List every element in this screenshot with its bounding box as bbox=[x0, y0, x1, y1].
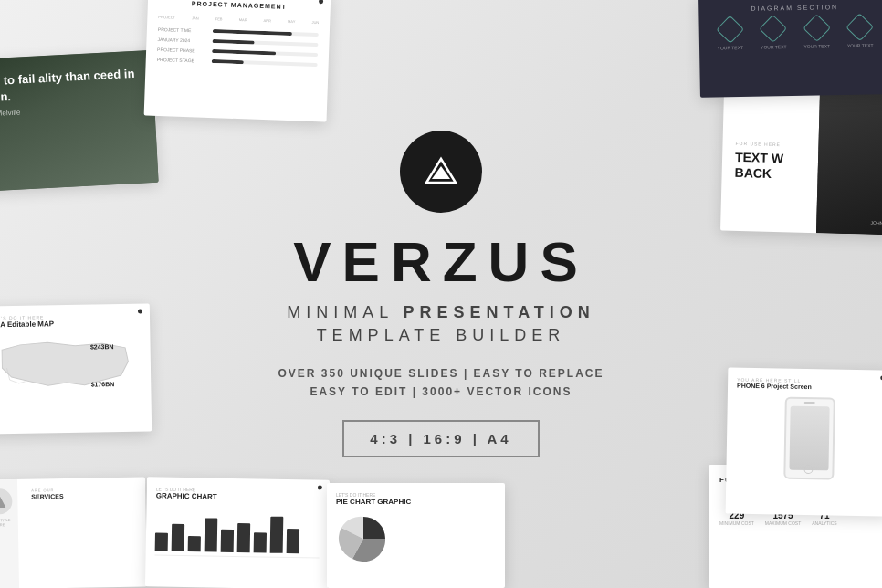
chart-title: GRAPHIC CHART bbox=[156, 491, 320, 502]
features-line1: OVER 350 UNIQUE SLIDES | EASY TO REPLACE bbox=[278, 367, 604, 380]
fact-label-1: MINIMUM COST bbox=[719, 520, 754, 527]
center-content: VERZUS MINIMAL PRESENTATION TEMPLATE BUI… bbox=[278, 131, 604, 457]
pie-title: PIE CHART GRAPHIC bbox=[336, 498, 496, 506]
map-value-1: $243BN bbox=[90, 343, 114, 350]
text-right-label: JOHN B. bbox=[870, 220, 882, 226]
slide-project: PROJECT MANAGEMENT PROJECT JAN FEB MAR A… bbox=[144, 0, 331, 121]
phone-shape bbox=[783, 397, 835, 480]
slide-map: LET'S DO IT HERE USA Editable MAP $243BN… bbox=[0, 303, 152, 434]
quote-text: ter to fail ality than ceed in tion. bbox=[0, 66, 140, 107]
features-line2: EASY TO EDIT | 3000+ VECTOR ICONS bbox=[310, 385, 572, 398]
subtitle-line1: MINIMAL PRESENTATION bbox=[287, 303, 595, 322]
subtitle-line2: TEMPLATE BUILDER bbox=[317, 326, 566, 345]
diagram-hex-4 bbox=[845, 13, 874, 41]
chart-bars bbox=[155, 505, 320, 558]
diagram-hex-2 bbox=[759, 15, 787, 43]
main-container: ter to fail ality than ceed in tion. — M… bbox=[0, 0, 882, 588]
logo-circle bbox=[400, 131, 482, 213]
pie-chart-svg bbox=[336, 511, 391, 566]
ratio-box: 4:3 | 16:9 | A4 bbox=[342, 420, 539, 457]
text-bg-large: TEXT WBACK bbox=[734, 150, 804, 183]
services-title: SERVICES bbox=[31, 491, 136, 501]
slide-diagram: DIAGRAM SECTION YOUR TEXT YOUR TEXT YOUR… bbox=[698, 0, 882, 98]
map-value-2: $176BN bbox=[91, 381, 115, 387]
diagram-hex-1 bbox=[716, 16, 744, 44]
text-bg-small: FOR USE HERE bbox=[735, 141, 805, 148]
slide-pie: LET'S DO IT HERE PIE CHART GRAPHIC bbox=[327, 483, 505, 588]
slide-phone: YOU ARE HERE STILL PHONE 6 Project Scree… bbox=[726, 367, 882, 516]
fact-label-3: ANALYTICS bbox=[812, 520, 836, 527]
slide-services: YOUR TITLEHERE ARE OUR SERVICES bbox=[0, 477, 147, 588]
brand-name: VERZUS bbox=[293, 229, 588, 294]
diagram-hex-3 bbox=[803, 14, 831, 42]
diagram-title: DIAGRAM SECTION bbox=[708, 3, 881, 12]
slide-chart: LET'S DO IT HERE GRAPHIC CHART bbox=[145, 477, 330, 588]
phone-title: PHONE 6 Project Screen bbox=[737, 383, 882, 392]
fact-label-2: MAXIMUM COST bbox=[765, 520, 801, 527]
logo-svg bbox=[421, 152, 461, 192]
slide-quote: ter to fail ality than ceed in tion. — M… bbox=[0, 50, 159, 192]
slide-text-bg: FOR USE HERE TEXT WBACK JOHN B. bbox=[720, 89, 882, 236]
project-title: PROJECT MANAGEMENT bbox=[159, 0, 320, 11]
usa-map-svg bbox=[0, 334, 142, 401]
map-title: USA Editable MAP bbox=[0, 319, 141, 330]
